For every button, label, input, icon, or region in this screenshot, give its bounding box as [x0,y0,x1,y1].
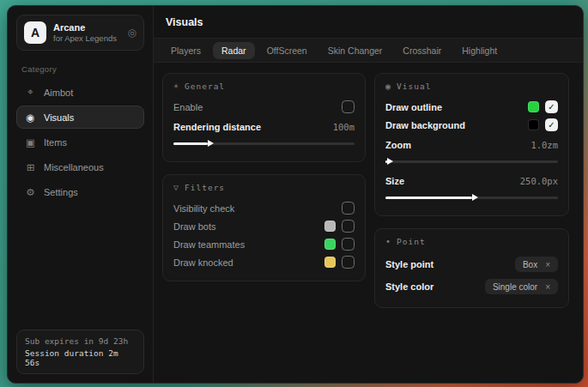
box-icon: ▣ [25,136,36,148]
point-panel: • Point Style point Box × Style color S [374,228,569,308]
subscription-status-card: Sub expires in 9d 23h Session duration 2… [16,330,144,374]
page-title: Visuals [166,16,203,28]
visibility-check-row: Visibility check [173,199,355,217]
point-panel-title: • Point [385,237,558,246]
category-label: Category [21,64,139,74]
draw-background-color-swatch[interactable] [528,119,539,130]
tab-players[interactable]: Players [162,42,209,59]
eye-icon: ◉ [385,82,391,91]
draw-outline-color-swatch[interactable] [528,101,539,112]
style-color-select[interactable]: Single color × [485,279,558,294]
sidebar-item-miscellaneous[interactable]: ⊞ Miscellaneous [16,155,144,178]
draw-knocked-color-swatch[interactable] [324,257,336,268]
draw-background-checkbox[interactable]: ✓ [545,118,558,131]
tab-skin-changer[interactable]: Skin Changer [319,42,391,59]
sidebar-item-label: Settings [44,187,78,197]
rendering-distance-row: Rendering distance 100m [173,118,355,136]
tab-radar[interactable]: Radar [213,42,255,59]
eye-icon: ◉ [25,112,36,124]
sidebar-item-visuals[interactable]: ◉ Visuals [16,106,144,129]
general-panel-title: ☀ General [173,82,355,91]
close-icon[interactable]: × [545,282,550,292]
zoom-slider[interactable] [385,156,558,166]
draw-teammates-color-swatch[interactable] [324,239,336,250]
left-column: ☀ General Enable Rendering distance 100m [162,73,366,281]
draw-teammates-row: Draw teammates [173,235,355,253]
app-subtitle: for Apex Legends [53,33,121,43]
general-panel: ☀ General Enable Rendering distance 100m [162,73,366,162]
slider-fill [173,142,208,146]
gear-icon: ⚙ [25,186,36,198]
funnel-icon: ▽ [173,183,179,192]
sidebar-item-items[interactable]: ▣ Items [16,130,144,154]
sidebar-nav: ⌖ Aimbot ◉ Visuals ▣ Items ⊞ Miscellaneo… [16,81,144,203]
app-identity: Arcane for Apex Legends [53,22,121,43]
visibility-check-checkbox[interactable] [342,202,355,215]
size-slider[interactable] [385,192,558,203]
tab-content: ☀ General Enable Rendering distance 100m [154,63,583,383]
draw-bots-checkbox[interactable] [342,220,355,233]
visual-panel-title: ◉ Visual [385,82,558,91]
rendering-distance-label: Rendering distance [173,122,261,132]
sidebar: A Arcane for Apex Legends ◎ Category ⌖ A… [8,6,154,383]
rendering-distance-value: 100m [333,122,355,132]
app-name: Arcane [53,22,121,33]
visual-panel: ◉ Visual Draw outline ✓ Draw background [374,73,569,216]
style-point-select[interactable]: Box × [515,257,558,272]
style-color-value: Single color [493,282,537,292]
draw-knocked-row: Draw knocked [173,253,355,271]
style-point-value: Box [523,260,537,269]
sidebar-item-label: Aimbot [44,88,73,98]
rendering-distance-slider[interactable] [173,138,355,148]
tab-highlight[interactable]: Highlight [453,42,506,59]
enable-checkbox[interactable] [342,100,355,113]
grid-icon: ⊞ [25,161,36,173]
draw-outline-checkbox[interactable]: ✓ [545,100,558,113]
sun-icon: ☀ [173,82,179,91]
main-header: Visuals [154,6,583,39]
sidebar-item-label: Miscellaneous [44,162,104,172]
visuals-tabbar: Players Radar OffScreen Skin Changer Cro… [154,39,583,63]
draw-knocked-checkbox[interactable] [342,256,355,269]
style-point-row: Style point Box × [385,253,558,275]
enable-row: Enable [173,98,355,116]
filters-panel: ▽ Filters Visibility check Draw bots [162,174,366,281]
style-color-row: Style color Single color × [385,275,558,298]
size-value: 250.0px [520,176,558,186]
session-duration-text: Session duration 2m 56s [25,348,136,367]
enable-label: Enable [173,102,203,112]
right-column: ◉ Visual Draw outline ✓ Draw background [374,73,569,308]
app-window: A Arcane for Apex Legends ◎ Category ⌖ A… [7,5,584,384]
app-logo: A [24,21,46,44]
draw-background-row: Draw background ✓ [385,116,558,134]
draw-teammates-checkbox[interactable] [342,238,355,251]
zoom-value: 1.0zm [530,140,558,150]
sidebar-item-settings[interactable]: ⚙ Settings [16,180,144,203]
sub-expires-text: Sub expires in 9d 23h [25,336,136,346]
main-area: Visuals Players Radar OffScreen Skin Cha… [154,6,583,383]
close-icon[interactable]: × [545,260,550,269]
filters-panel-title: ▽ Filters [173,183,355,192]
sidebar-item-aimbot[interactable]: ⌖ Aimbot [16,81,144,104]
draw-outline-row: Draw outline ✓ [385,98,558,116]
tab-offscreen[interactable]: OffScreen [258,42,316,59]
tab-crosshair[interactable]: Crosshair [394,42,450,59]
draw-bots-row: Draw bots [173,217,355,235]
target-icon[interactable]: ◎ [128,27,136,39]
draw-bots-color-swatch[interactable] [324,221,336,232]
sidebar-item-label: Items [44,137,67,148]
size-row: Size 250.0px [385,172,558,190]
crosshair-icon: ⌖ [25,87,36,98]
app-logo-card: A Arcane for Apex Legends ◎ [16,15,144,51]
zoom-row: Zoom 1.0zm [385,136,558,154]
sidebar-item-label: Visuals [44,112,74,123]
dot-icon: • [385,237,391,246]
